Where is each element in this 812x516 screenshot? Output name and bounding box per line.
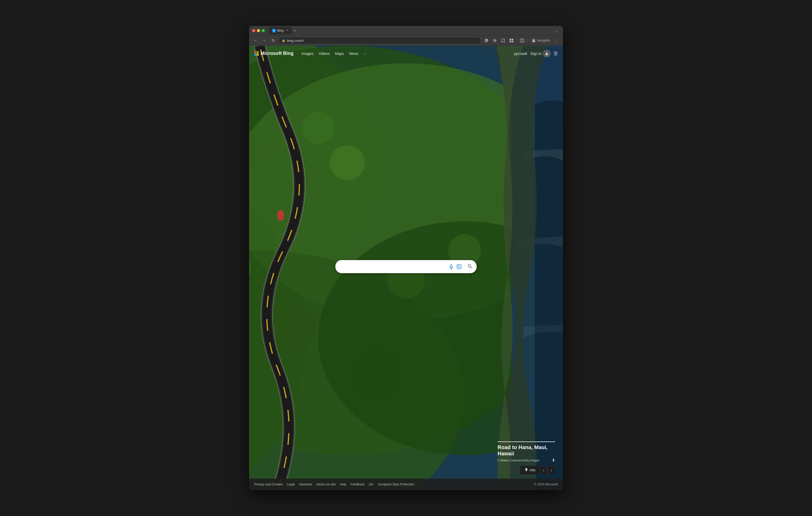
download-button[interactable]: ⬇ bbox=[552, 458, 555, 463]
incognito-button[interactable]: Incognito bbox=[529, 37, 552, 44]
microsoft-logo bbox=[254, 51, 259, 56]
traffic-lights bbox=[252, 29, 265, 32]
search-input[interactable] bbox=[340, 264, 446, 269]
svg-rect-5 bbox=[512, 41, 513, 42]
footer-privacy[interactable]: Privacy and Cookies bbox=[254, 483, 283, 486]
info-button[interactable]: Info bbox=[520, 466, 540, 475]
bing-header-right: русский Sign in ☰ bbox=[514, 50, 558, 57]
extensions-icon[interactable] bbox=[508, 37, 515, 44]
footer-age[interactable]: 18+ bbox=[369, 483, 374, 486]
nav-videos[interactable]: Videos bbox=[319, 52, 330, 56]
search-submit-button[interactable] bbox=[464, 264, 472, 270]
refresh-button[interactable]: ↻ bbox=[269, 37, 277, 44]
search-bar bbox=[336, 260, 476, 273]
footer-links: Privacy and Cookies Legal Advertise Abou… bbox=[254, 483, 414, 486]
tab-area: B Bing ✕ + bbox=[269, 27, 551, 34]
page-footer: Privacy and Cookies Legal Advertise Abou… bbox=[249, 479, 563, 490]
toolbar: ← → ↻ 🔒 bing.com/# bbox=[249, 35, 563, 46]
minimize-button[interactable] bbox=[257, 29, 260, 32]
tab-title: Bing bbox=[277, 29, 284, 32]
svg-point-19 bbox=[302, 111, 335, 144]
info-label: Info bbox=[530, 468, 535, 472]
ms-logo-yellow bbox=[257, 54, 259, 56]
lock-icon: 🔒 bbox=[282, 39, 285, 42]
image-title: Road to Hana, Maui, Hawaii bbox=[498, 444, 555, 457]
svg-point-28 bbox=[277, 210, 284, 220]
svg-rect-2 bbox=[510, 39, 511, 40]
svg-rect-30 bbox=[451, 265, 452, 267]
visual-search-button[interactable] bbox=[457, 264, 462, 269]
split-view-icon[interactable] bbox=[519, 37, 526, 44]
search-container bbox=[336, 260, 476, 273]
nav-news[interactable]: News bbox=[349, 52, 358, 56]
svg-point-22 bbox=[330, 145, 365, 180]
bookmark-icon[interactable] bbox=[499, 37, 507, 44]
close-button[interactable] bbox=[252, 29, 255, 32]
ms-logo-green bbox=[257, 51, 259, 53]
tab-dropdown-button[interactable]: ⌄ bbox=[554, 28, 560, 33]
search-icons bbox=[448, 264, 472, 270]
svg-rect-3 bbox=[512, 39, 513, 40]
more-button[interactable]: ⋮ bbox=[553, 37, 560, 44]
language-button[interactable]: русский bbox=[514, 52, 527, 56]
nav-maps[interactable]: Maps bbox=[335, 52, 344, 56]
title-bar: B Bing ✕ + ⌄ bbox=[249, 26, 563, 35]
prev-image-button[interactable]: ‹ bbox=[540, 466, 548, 475]
eyeoff-icon[interactable] bbox=[491, 37, 498, 44]
user-avatar bbox=[543, 50, 550, 57]
image-credit: © Matteo Colombo/Getty Images ⬇ bbox=[498, 458, 555, 463]
footer-data-protection[interactable]: European Data Protection bbox=[378, 483, 414, 486]
svg-rect-33 bbox=[457, 265, 461, 269]
incognito-label: Incognito bbox=[537, 39, 550, 42]
svg-rect-4 bbox=[510, 41, 511, 42]
footer-about-ads[interactable]: About our ads bbox=[316, 483, 336, 486]
bing-header: Microsoft Bing Images Videos Maps News ·… bbox=[249, 46, 563, 61]
signin-label: Sign in bbox=[530, 52, 542, 56]
bing-logo-text: Microsoft Bing bbox=[261, 51, 293, 56]
active-tab[interactable]: B Bing ✕ bbox=[269, 27, 292, 34]
svg-line-38 bbox=[471, 267, 472, 268]
nav-more[interactable]: ··· bbox=[364, 52, 367, 56]
ms-logo-red bbox=[254, 51, 256, 53]
incognito-icon bbox=[531, 38, 536, 43]
footer-legal[interactable]: Legal bbox=[287, 483, 295, 486]
next-image-button[interactable]: › bbox=[547, 466, 555, 475]
footer-advertise[interactable]: Advertise bbox=[299, 483, 312, 486]
browser-window: B Bing ✕ + ⌄ ← → ↻ 🔒 bing.com/# bbox=[249, 26, 563, 490]
ms-logo-blue bbox=[254, 54, 256, 56]
address-bar[interactable]: 🔒 bing.com/# bbox=[278, 37, 481, 44]
back-button[interactable]: ← bbox=[252, 37, 259, 44]
bing-navigation: Images Videos Maps News ··· bbox=[301, 52, 367, 56]
svg-point-27 bbox=[352, 349, 401, 398]
image-info-panel: Road to Hana, Maui, Hawaii © Matteo Colo… bbox=[498, 442, 555, 475]
nav-images[interactable]: Images bbox=[301, 52, 313, 56]
forward-button[interactable]: → bbox=[261, 37, 268, 44]
svg-point-34 bbox=[458, 266, 460, 268]
footer-copyright: © 2024 Microsoft bbox=[534, 483, 558, 486]
toolbar-right: Incognito ⋮ bbox=[483, 37, 560, 44]
voice-search-button[interactable] bbox=[448, 264, 454, 269]
toolbar-separator-2 bbox=[527, 38, 528, 43]
signin-button[interactable]: Sign in bbox=[530, 50, 550, 57]
svg-point-37 bbox=[468, 264, 471, 267]
svg-point-8 bbox=[533, 39, 534, 41]
tab-close-button[interactable]: ✕ bbox=[285, 29, 289, 32]
location-icon bbox=[524, 468, 528, 472]
maximize-button[interactable] bbox=[262, 29, 265, 32]
toolbar-separator bbox=[517, 38, 517, 43]
footer-help[interactable]: Help bbox=[340, 483, 347, 486]
translate-icon[interactable] bbox=[483, 37, 490, 44]
info-nav-bar: Info ‹ › bbox=[498, 466, 555, 475]
image-info-inner: Road to Hana, Maui, Hawaii © Matteo Colo… bbox=[498, 442, 555, 463]
tab-favicon: B bbox=[272, 29, 276, 32]
new-tab-button[interactable]: + bbox=[292, 28, 297, 33]
bing-logo[interactable]: Microsoft Bing bbox=[254, 51, 293, 56]
footer-feedback[interactable]: Feedback bbox=[351, 483, 365, 486]
hamburger-menu[interactable]: ☰ bbox=[554, 51, 558, 57]
address-text: bing.com/# bbox=[287, 39, 478, 42]
image-credit-text: © Matteo Colombo/Getty Images bbox=[498, 459, 540, 462]
page-content: Microsoft Bing Images Videos Maps News ·… bbox=[249, 46, 563, 490]
